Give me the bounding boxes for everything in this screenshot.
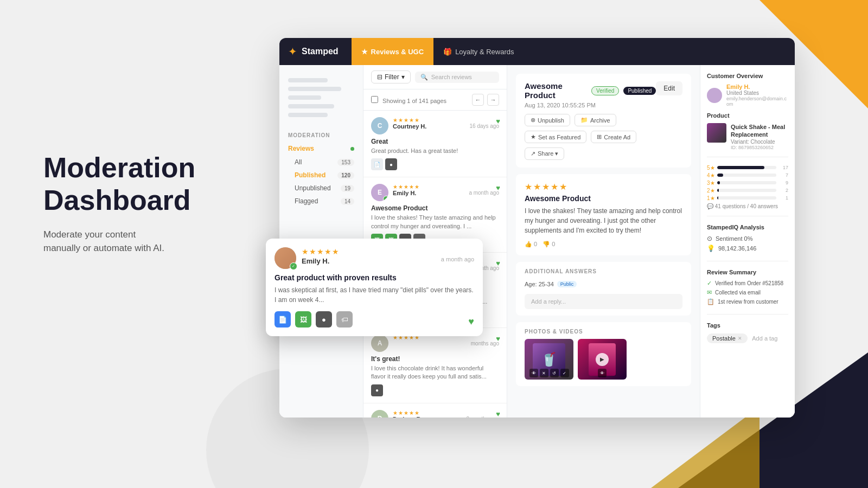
review-time: 2 months ago [466, 416, 499, 418]
popup-tag-icon[interactable]: 🏷 [336, 311, 353, 328]
review-title: Great [371, 138, 499, 145]
prev-page-button[interactable]: ← [472, 94, 484, 106]
rating-bar-fill [717, 166, 765, 169]
review-heart-icon[interactable]: ♥ [496, 335, 500, 343]
archive-icon: 📁 [580, 117, 588, 124]
ad-icon: ⊞ [597, 133, 602, 140]
popup-time: a month ago [441, 256, 474, 262]
review-heart-icon[interactable]: ♥ [496, 259, 500, 267]
review-detail: Awesome Product Verified Published Aug 1… [507, 65, 700, 418]
first-review-icon: 📋 [707, 298, 714, 305]
hero-subtitle: Moderate your contentmanually or automat… [43, 228, 195, 255]
create-ad-button[interactable]: ⊞ Create Ad [591, 131, 636, 143]
photo-controls: 👁 ✕ ↺ ✓ [525, 369, 573, 377]
review-icons: ● [371, 384, 499, 396]
review-author: Emily H. [393, 190, 416, 196]
skeleton-line [288, 104, 334, 108]
detail-stars: ★★★★★ [525, 182, 682, 192]
product-section: Product Quick Shake - Meal Replacement V… [707, 112, 788, 157]
review-heart-icon[interactable]: ♥ [496, 117, 500, 125]
avatar-verified-icon: ✓ [383, 196, 388, 201]
add-tag-link[interactable]: Add a tag [752, 335, 777, 342]
review-stars: ★★★★★ [393, 410, 499, 416]
reply-input[interactable]: Add a reply... [525, 294, 682, 309]
review-circle-icon[interactable]: ● [385, 158, 397, 170]
review-avatar: C [371, 117, 388, 134]
review-item[interactable]: A ★★★★★ months ago It's great! I love th… [363, 328, 507, 403]
review-heart-icon[interactable]: ♥ [496, 410, 500, 418]
detail-title-row: Awesome Product Verified Published [525, 81, 656, 100]
review-header: E ✓ ★★★★★ Emily H. a month ago [371, 184, 499, 201]
chat-icon: 💬 [707, 203, 713, 209]
popup-doc-icon[interactable]: 📄 [275, 311, 291, 328]
review-item[interactable]: C ★★★★★ Courtney H. 16 days ago Great Gr… [363, 111, 507, 177]
popup-title: Great product with proven results [275, 273, 474, 282]
stamped-iq-title: StampedIQ Analysis [707, 224, 788, 230]
sidebar-item-flagged[interactable]: Flagged 14 [295, 195, 363, 208]
rating-bar-fill [717, 189, 719, 192]
photo-refresh-icon[interactable]: ↺ [550, 369, 559, 377]
gift-icon: 🎁 [443, 48, 452, 56]
sidebar-sub-items: All 153 Published 120 Unpublished 19 Fla… [279, 156, 363, 208]
product-title: Product [707, 112, 788, 119]
photos-videos-label: Photos & Videos [525, 329, 682, 335]
popup-circle-icon[interactable]: ● [316, 311, 332, 328]
review-content-card: ★★★★★ Awesome Product I love the shakes!… [516, 174, 691, 255]
review-stars: ★★★★★ [393, 117, 499, 123]
iq-sentiment-row: ⊙ Sentiment 0% [707, 235, 788, 242]
photo-check-icon[interactable]: ✓ [560, 369, 569, 377]
sidebar-item-all[interactable]: All 153 [295, 156, 363, 169]
thumbs-up-icon[interactable]: 👍 0 [525, 241, 537, 248]
review-time: 16 days ago [470, 123, 500, 130]
popup-verified-icon: ✓ [290, 262, 297, 270]
rating-row-1: 1★ 1 [707, 195, 788, 201]
sidebar-item-unpublished[interactable]: Unpublished 19 [295, 182, 363, 195]
sidebar-item-published[interactable]: Published 120 [295, 169, 363, 182]
next-page-button[interactable]: → [487, 94, 499, 106]
share-button[interactable]: ↗ Share ▾ [525, 147, 564, 160]
review-avatar: D [371, 410, 388, 418]
review-avatar: E ✓ [371, 184, 388, 201]
set-featured-button[interactable]: ★ Set as Featured [525, 131, 586, 143]
sidebar-item-reviews[interactable]: Reviews [279, 142, 363, 156]
skeleton-line [288, 78, 328, 82]
review-heart-icon[interactable]: ♥ [496, 184, 500, 192]
popup-heart-icon[interactable]: ♥ [468, 316, 474, 328]
photo-item[interactable]: ▶ 👁 [578, 339, 627, 380]
review-meta: ★★★★★ Emily H. a month ago [393, 184, 499, 196]
public-badge: Public [557, 281, 577, 287]
review-circle-icon[interactable]: ● [371, 384, 383, 396]
unpublish-button[interactable]: ⊗ Unpublish [525, 114, 570, 126]
review-author: Darlene R. [393, 416, 422, 418]
play-button[interactable]: ▶ [596, 353, 609, 366]
popup-author: Emily H. [302, 257, 329, 265]
tab-loyalty-rewards[interactable]: 🎁 Loyalty & Rewards [433, 38, 524, 65]
review-body: I love the shakes! They taste amazing an… [371, 214, 499, 230]
review-summary-section: Review Summary ✓ Verified from Order #52… [707, 269, 788, 314]
review-item[interactable]: D ★★★★★ Darlene R. 2 months ago Best fat… [363, 403, 507, 418]
tag-close-button[interactable]: ✕ [738, 336, 742, 341]
popup-img-icon[interactable]: 🖼 [295, 311, 311, 328]
photo-item[interactable]: 🥤 👁 ✕ ↺ ✓ [525, 339, 573, 380]
review-header: C ★★★★★ Courtney H. 16 days ago [371, 117, 499, 134]
edit-button[interactable]: Edit [656, 81, 682, 95]
popup-stars: ★★★★★ [302, 247, 474, 256]
star-icon: ★ [531, 133, 536, 140]
thumbs-down-icon[interactable]: 👎 0 [542, 241, 555, 248]
select-all-checkbox[interactable] [371, 96, 378, 103]
tag-postable: Postable ✕ [707, 333, 748, 343]
photo-eye-icon[interactable]: 👁 [529, 369, 538, 377]
rating-bars: 5★ 17 4★ 7 3★ [707, 165, 788, 216]
archive-button[interactable]: 📁 Archive [575, 114, 616, 126]
popup-meta: ★★★★★ Emily H. a month ago [302, 247, 474, 266]
photo-eye-icon[interactable]: 👁 [598, 369, 607, 377]
filter-button[interactable]: ⊟ Filter ▾ [371, 70, 411, 84]
customer-location: United States [726, 90, 788, 96]
rating-bar-fill [717, 174, 723, 177]
review-body: Great product. Has a great taste! [371, 147, 499, 155]
photo-close-icon[interactable]: ✕ [540, 369, 548, 377]
tab-reviews-ugc[interactable]: ★ Reviews & UGC [352, 38, 434, 65]
product-id: ID: 8679853260652 [731, 145, 788, 150]
hero-title: Moderation Dashboard [43, 152, 195, 217]
review-doc-icon[interactable]: 📄 [371, 158, 383, 170]
